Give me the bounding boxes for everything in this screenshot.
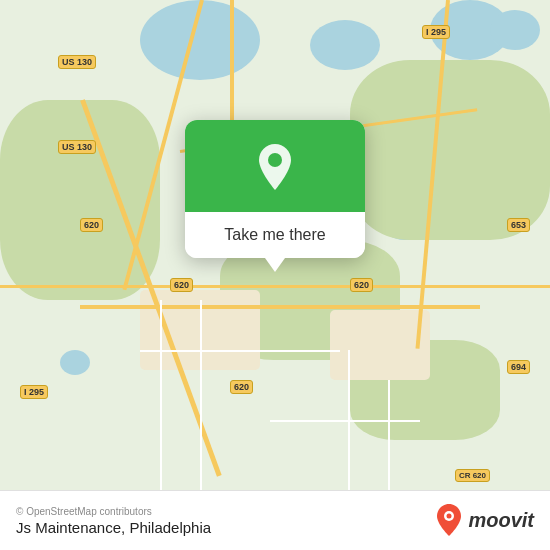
- popup-card: Take me there: [185, 120, 365, 258]
- road-minor-3: [140, 350, 340, 352]
- svg-point-0: [268, 153, 282, 167]
- road-minor-4: [348, 350, 350, 500]
- svg-point-2: [447, 513, 452, 518]
- label-620-3: 620: [230, 380, 253, 394]
- location-name: Js Maintenance, Philadelphia: [16, 519, 211, 536]
- moovit-logo: moovit: [434, 503, 534, 539]
- road-minor-6: [270, 420, 420, 422]
- label-620-4: 620: [350, 278, 373, 292]
- label-620-1: 620: [80, 218, 103, 232]
- popup-bottom[interactable]: Take me there: [185, 212, 365, 258]
- water-top-right-2: [490, 10, 540, 50]
- label-i295-1: I 295: [422, 25, 450, 39]
- label-i295-2: I 295: [20, 385, 48, 399]
- location-pin-icon: [253, 142, 297, 194]
- label-cr620: CR 620: [455, 469, 490, 482]
- label-us130-1: US 130: [58, 55, 96, 69]
- bottom-bar: © OpenStreetMap contributors Js Maintena…: [0, 490, 550, 550]
- green-left: [0, 100, 160, 300]
- take-me-there-button[interactable]: Take me there: [224, 226, 325, 243]
- road-minor-1: [160, 300, 162, 500]
- road-620-horiz: [0, 285, 550, 288]
- label-620-2: 620: [170, 278, 193, 292]
- moovit-pin-icon: [434, 503, 464, 539]
- map-container: US 130 US 130 620 620 620 620 I 295 I 29…: [0, 0, 550, 550]
- popup-top: [185, 120, 365, 212]
- attribution-text: © OpenStreetMap contributors: [16, 506, 211, 517]
- water-bot-left: [60, 350, 90, 375]
- bottom-left: © OpenStreetMap contributors Js Maintena…: [16, 506, 211, 536]
- green-right: [350, 60, 550, 240]
- label-us130-2: US 130: [58, 140, 96, 154]
- moovit-text: moovit: [468, 509, 534, 532]
- road-minor-2: [200, 300, 202, 500]
- label-653: 653: [507, 218, 530, 232]
- water-top-center: [310, 20, 380, 70]
- label-694: 694: [507, 360, 530, 374]
